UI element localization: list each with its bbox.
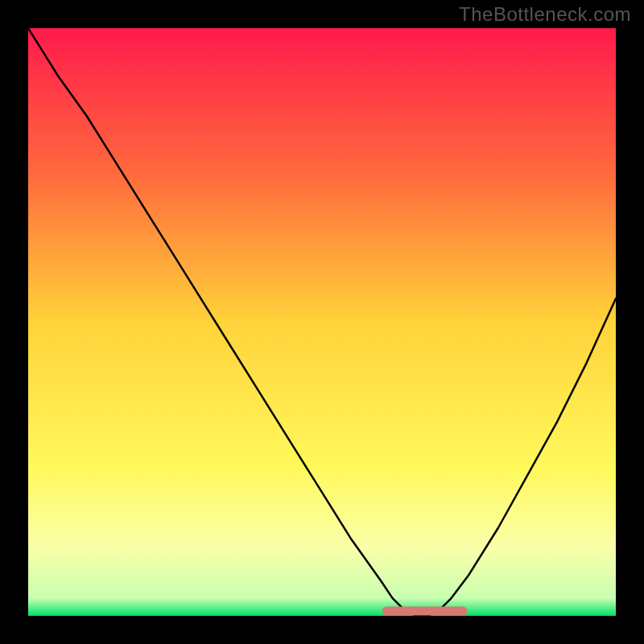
chart-frame: TheBottleneck.com	[0, 0, 644, 644]
chart-plot-area	[28, 28, 616, 616]
gradient-background	[28, 28, 616, 616]
watermark-text: TheBottleneck.com	[459, 3, 631, 26]
chart-svg	[28, 28, 616, 616]
